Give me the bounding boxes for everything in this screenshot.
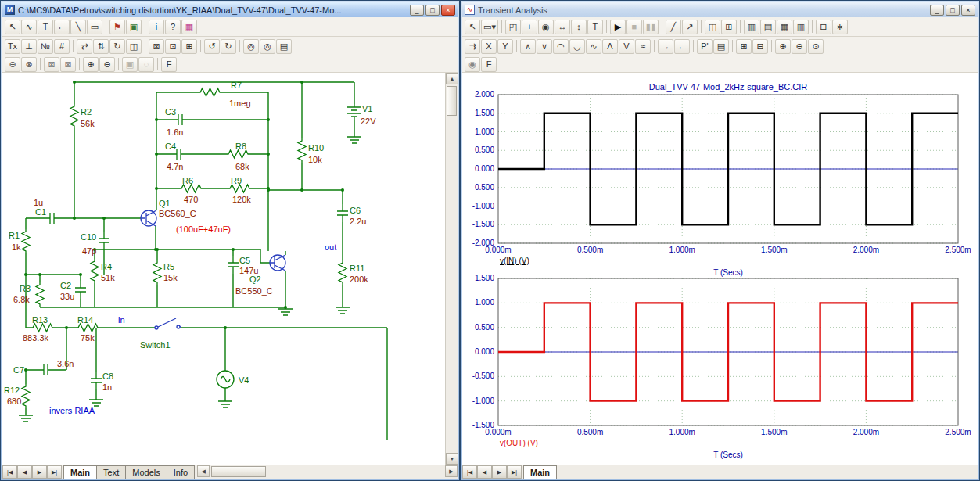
horizontal-scrollbar[interactable] (559, 465, 978, 479)
image-view-icon[interactable]: ▣ (122, 57, 138, 72)
plot-area-1[interactable] (498, 95, 958, 243)
restore-button[interactable]: □ (425, 5, 440, 16)
analysis-titlebar[interactable]: ∿ Transient Analysis _ □ × (462, 2, 978, 17)
low-cursor-icon[interactable]: ◡ (569, 39, 585, 54)
component-dropdown-icon[interactable]: ▭▾ (481, 20, 498, 34)
stop-button-icon[interactable]: ■ (626, 20, 642, 34)
sine-source-symbol[interactable] (217, 371, 234, 388)
schematic-wires[interactable] (26, 82, 387, 440)
scroll-up-button[interactable]: ▲ (446, 73, 458, 84)
last-page-button[interactable]: ▶| (47, 465, 62, 479)
wire-tool-icon[interactable]: ∿ (21, 20, 37, 34)
help-topics-icon[interactable]: ⊖ (5, 57, 20, 72)
undo-icon[interactable]: ↺ (204, 39, 220, 54)
close-circle-icon[interactable]: ⊗ (21, 57, 37, 72)
line-tool-icon[interactable]: ╱ (666, 20, 681, 34)
horizontal-scrollbar[interactable]: ◀ ▶ (197, 465, 458, 479)
flip-vertical-icon[interactable]: ⇅ (93, 39, 109, 54)
schematic-vertical-scrollbar[interactable]: ▲ ▼ (445, 73, 458, 465)
cursor-mode-icon[interactable]: + (522, 20, 537, 34)
options-circle-icon[interactable]: ◉ (465, 57, 480, 72)
numeric-values-icon[interactable]: ▤ (713, 39, 729, 54)
rotate-icon[interactable]: ↻ (109, 39, 125, 54)
next-data-point-icon[interactable]: → (658, 39, 673, 54)
polyline-tool-icon[interactable]: ↗ (682, 20, 698, 34)
node-number-icon[interactable]: № (38, 39, 53, 54)
no-tool-icon[interactable]: ◌ (138, 57, 154, 72)
redo-icon[interactable]: ↻ (221, 39, 236, 54)
first-page-button[interactable]: |◀ (462, 465, 477, 479)
find-repeat-icon[interactable]: ◎ (260, 39, 275, 54)
horizontal-scroll-track[interactable] (559, 465, 978, 479)
close-button[interactable]: × (441, 5, 455, 16)
vertical-scroll-thumb[interactable] (447, 86, 457, 116)
font-icon[interactable]: F (481, 57, 497, 72)
component-tool-icon[interactable]: ▭ (87, 20, 102, 34)
properties-icon[interactable]: ▤ (276, 39, 292, 54)
go-to-y-icon[interactable]: Y (497, 39, 513, 54)
waveform-buffer-icon[interactable]: ▦ (777, 20, 792, 34)
line-tool-icon[interactable]: ╲ (70, 20, 86, 34)
valley-cursor-icon[interactable]: ∨ (537, 39, 552, 54)
minimize-button[interactable]: _ (930, 5, 944, 16)
panel-columns-icon[interactable]: ▥ (793, 20, 809, 34)
help-tool-icon[interactable]: ? (165, 20, 181, 34)
transistor-q1-symbol[interactable] (141, 210, 156, 226)
flip-horizontal-icon[interactable]: ⇄ (77, 39, 92, 54)
ruler-icon[interactable]: ⊞ (721, 20, 737, 34)
horizontal-axis-grids-icon[interactable]: ▥ (744, 20, 759, 34)
next-simulation-icon[interactable]: ⇉ (465, 39, 480, 54)
find-icon[interactable]: ◎ (243, 39, 259, 54)
select-tool-icon[interactable]: ↖ (5, 20, 20, 34)
point-tag-icon[interactable]: ◉ (538, 20, 554, 34)
schematic-labels[interactable]: R7 1meg C3 1.6n C4 4.7n R8 68k R6 470 R9… (4, 81, 376, 415)
zoom-in-icon[interactable]: ⊕ (83, 57, 99, 72)
prev-page-button[interactable]: ◀ (477, 465, 492, 479)
prev-page-button[interactable]: ◀ (17, 465, 32, 479)
horizontal-tag-icon[interactable]: ↔ (555, 20, 570, 34)
add-waveform-icon[interactable]: ⊞ (736, 39, 752, 54)
global-high-icon[interactable]: Λ (602, 39, 618, 54)
bottom-cursor-icon[interactable]: ≈ (635, 39, 651, 54)
copy-to-clipboard-icon[interactable]: ⊠ (44, 57, 59, 72)
transistor-q2-symbol[interactable] (270, 255, 285, 271)
trace-label[interactable]: v(IN) (V) (500, 257, 529, 265)
plot-panel[interactable]: Dual_TVV-47-Mod_2kHz-square_BC.CIR2.0001… (462, 73, 978, 465)
picture-tool-icon[interactable]: ▣ (126, 20, 142, 34)
trace-label[interactable]: v(OUT) (V) (500, 439, 538, 447)
region-select-icon[interactable]: ⊡ (165, 39, 181, 54)
flag-tool-icon[interactable]: ⚑ (109, 20, 125, 34)
peak-cursor-icon[interactable]: ∧ (520, 39, 536, 54)
text-attribute-icon[interactable]: Tx (5, 39, 20, 54)
zoom-area-icon[interactable]: ⊞ (181, 39, 197, 54)
horizontal-scroll-track[interactable] (210, 465, 445, 479)
scroll-right-button[interactable]: ▶ (445, 465, 458, 477)
pause-button-icon[interactable]: ▮▮ (643, 20, 659, 34)
cursor-lines-icon[interactable]: ∗ (832, 20, 848, 34)
maximize-button[interactable]: □ (946, 5, 960, 16)
step-box-icon[interactable]: ⊠ (149, 39, 164, 54)
next-page-button[interactable]: ▶ (32, 465, 47, 479)
schematic-components[interactable] (19, 88, 361, 422)
horizontal-scroll-thumb[interactable] (211, 466, 266, 477)
mirror-icon[interactable]: ◫ (126, 39, 142, 54)
first-page-button[interactable]: |◀ (2, 465, 17, 479)
go-to-x-icon[interactable]: X (481, 39, 497, 54)
data-points-icon[interactable]: ◫ (705, 20, 720, 34)
zoom-fit-icon[interactable]: ⊙ (808, 39, 824, 54)
vertical-scroll-track[interactable] (446, 84, 458, 453)
pin-tool-icon[interactable]: ⊥ (21, 39, 37, 54)
zoom-out-icon[interactable]: ⊖ (792, 39, 807, 54)
switch-symbol[interactable] (155, 318, 181, 329)
run-button-icon[interactable]: ▶ (610, 20, 626, 34)
numeric-output-icon[interactable]: ▤ (760, 20, 776, 34)
select-tool-icon[interactable]: ↖ (465, 20, 480, 34)
zoom-in-icon[interactable]: ⊕ (775, 39, 791, 54)
scale-mode-icon[interactable]: ◰ (505, 20, 521, 34)
plot-area-2[interactable] (498, 278, 958, 425)
schematic-titlebar[interactable]: M C:\MC9\DATA\Petrov\switching distortio… (2, 2, 458, 17)
previous-data-point-icon[interactable]: ← (674, 39, 690, 54)
inflection-cursor-icon[interactable]: ∿ (586, 39, 601, 54)
delete-waveform-icon[interactable]: ⊟ (752, 39, 768, 54)
scroll-left-button[interactable]: ◀ (197, 465, 210, 477)
